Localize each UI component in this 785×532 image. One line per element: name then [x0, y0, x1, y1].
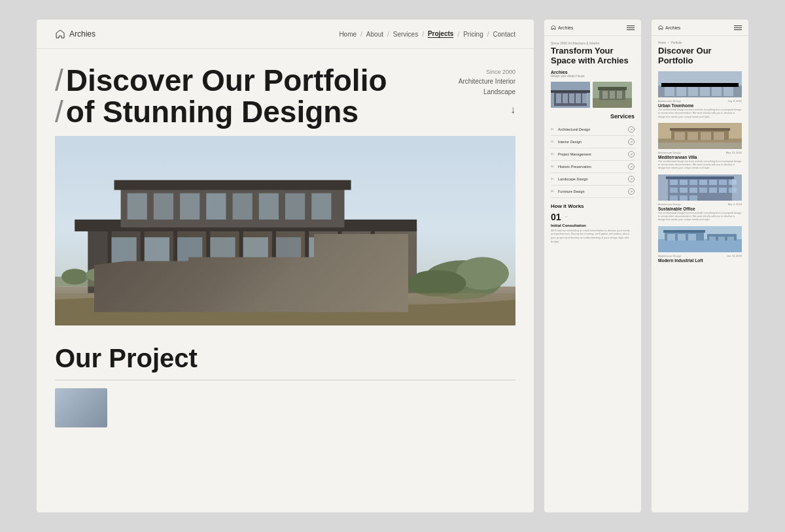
- portfolio-card-1[interactable]: Architecture Design July 8, 2020 Urban T…: [658, 71, 742, 119]
- svg-rect-89: [670, 195, 678, 201]
- how-it-works-title: How it Works: [551, 203, 635, 209]
- service-row-5[interactable]: 05 Landscape Design ↗: [551, 173, 635, 186]
- card-2-date: May 19, 2020: [726, 151, 742, 154]
- middle-panel: Archies Since 2000 Architecture & Interi…: [544, 20, 641, 512]
- service-row-2[interactable]: 02 Interior Design ↗: [551, 136, 635, 148]
- nav-pricing[interactable]: Pricing: [463, 31, 483, 38]
- middle-nav: Archies: [544, 20, 641, 36]
- card-1-title: Urban Townhome: [658, 103, 742, 108]
- portfolio-card-3[interactable]: Architecture Design Mar 3, 2020 Sustaina…: [658, 175, 742, 222]
- portfolio-card-4[interactable]: Architecture Design Jan 18, 2020 Modern …: [658, 226, 742, 263]
- project-preview: [55, 388, 515, 427]
- middle-tagline: Design your dream house: [551, 75, 635, 78]
- card-3-title: Sustainable Office: [658, 207, 742, 211]
- right-logo-icon: [658, 25, 663, 30]
- breadcrumb: Home / Portfolio: [658, 41, 742, 44]
- nav-services[interactable]: Services: [393, 31, 418, 38]
- svg-rect-25: [180, 193, 200, 219]
- nav-projects[interactable]: Projects: [428, 30, 453, 38]
- project-thumb-1: [55, 388, 107, 427]
- svg-rect-101: [718, 237, 725, 241]
- service-row-1[interactable]: 01 Architectural Design ↗: [551, 124, 635, 136]
- svg-rect-24: [154, 193, 173, 219]
- hero-image: [55, 136, 515, 325]
- svg-rect-17: [243, 237, 268, 283]
- mid-img-1-building: [551, 82, 590, 108]
- building-svg: [55, 136, 515, 325]
- svg-rect-84: [689, 188, 697, 193]
- svg-rect-70: [714, 132, 724, 140]
- svg-rect-76: [680, 180, 688, 185]
- service-arrow-5[interactable]: ↗: [628, 176, 635, 182]
- nav-about[interactable]: About: [366, 31, 383, 38]
- svg-rect-68: [688, 132, 698, 140]
- svg-rect-41: [551, 90, 590, 93]
- svg-rect-8: [239, 231, 243, 293]
- services-list: 01 Architectural Design ↗ 02 Interior De…: [551, 124, 635, 198]
- svg-rect-100: [709, 237, 716, 241]
- portfolio-card-2[interactable]: Architecture Design May 19, 2020 Mediter…: [658, 123, 742, 171]
- right-hamburger[interactable]: [734, 25, 742, 30]
- card-2-text: Our architectural design services includ…: [658, 160, 742, 171]
- service-arrow-3[interactable]: ↗: [628, 151, 635, 158]
- nav-contact[interactable]: Contact: [493, 31, 515, 38]
- svg-rect-71: [658, 142, 742, 149]
- card-4-building: [658, 226, 742, 252]
- svg-rect-80: [719, 180, 727, 185]
- nav-home[interactable]: Home: [339, 31, 357, 38]
- svg-rect-15: [177, 237, 202, 283]
- svg-rect-50: [598, 87, 627, 90]
- svg-rect-102: [727, 237, 734, 241]
- home-icon: [55, 29, 65, 39]
- svg-rect-44: [569, 93, 574, 103]
- svg-rect-97: [667, 234, 675, 241]
- right-panel: Archies Home / Portfolio Discover Our Po…: [652, 20, 748, 512]
- middle-img-2: [593, 82, 632, 108]
- main-logo[interactable]: Archies: [55, 29, 96, 39]
- nav-links: Home / About / Services / Projects / Pri…: [339, 30, 515, 38]
- svg-rect-29: [285, 193, 305, 219]
- svg-rect-60: [700, 87, 710, 96]
- service-arrow-1[interactable]: ↗: [628, 126, 635, 133]
- svg-rect-19: [309, 237, 334, 283]
- right-logo[interactable]: Archies: [658, 25, 680, 30]
- svg-rect-6: [173, 231, 177, 293]
- svg-rect-56: [661, 83, 739, 87]
- step-title: Initial Consultation: [551, 224, 635, 227]
- svg-rect-26: [206, 193, 226, 219]
- scroll-arrow[interactable]: ↓: [459, 101, 515, 118]
- svg-rect-10: [305, 231, 309, 293]
- svg-rect-13: [111, 237, 136, 283]
- middle-hero-title: Transform Your Space with Archies: [551, 46, 635, 66]
- svg-rect-9: [272, 231, 276, 293]
- service-row-3[interactable]: 03 Project Management ↗: [551, 148, 635, 161]
- step-arrow: →: [564, 214, 568, 219]
- middle-services-title: Services: [551, 113, 635, 120]
- card-1-text: Our architectural design services includ…: [658, 108, 742, 119]
- main-nav: Archies Home / About / Services / Projec…: [37, 20, 534, 49]
- hero-title: /Discover Our Portfolio /of Stunning Des…: [55, 65, 387, 128]
- svg-rect-95: [663, 230, 705, 233]
- svg-rect-45: [576, 93, 581, 103]
- service-row-6[interactable]: 06 Furniture Design ↗: [551, 186, 635, 198]
- svg-rect-43: [563, 93, 568, 103]
- svg-rect-46: [582, 93, 587, 103]
- svg-rect-7: [206, 231, 210, 293]
- right-hero-title: Discover Our Portfolio: [658, 46, 742, 66]
- svg-rect-66: [670, 128, 730, 131]
- svg-rect-83: [680, 188, 688, 193]
- service-arrow-6[interactable]: ↗: [628, 188, 635, 195]
- logo-text: Archies: [69, 29, 96, 39]
- service-arrow-4[interactable]: ↗: [628, 163, 635, 170]
- middle-logo[interactable]: Archies: [551, 25, 573, 30]
- middle-img-1: [551, 82, 590, 108]
- svg-rect-78: [699, 180, 707, 185]
- service-row-4[interactable]: 04 Historic Preservation ↗: [551, 161, 635, 173]
- card-3-date: Mar 3, 2020: [728, 203, 742, 206]
- step-text: We'll start by scheduling an initial con…: [551, 229, 635, 243]
- service-arrow-2[interactable]: ↗: [628, 139, 635, 145]
- card-1-building: [658, 71, 742, 97]
- svg-rect-4: [107, 231, 111, 293]
- card-3-building: [658, 175, 742, 201]
- hamburger-menu[interactable]: [627, 25, 635, 30]
